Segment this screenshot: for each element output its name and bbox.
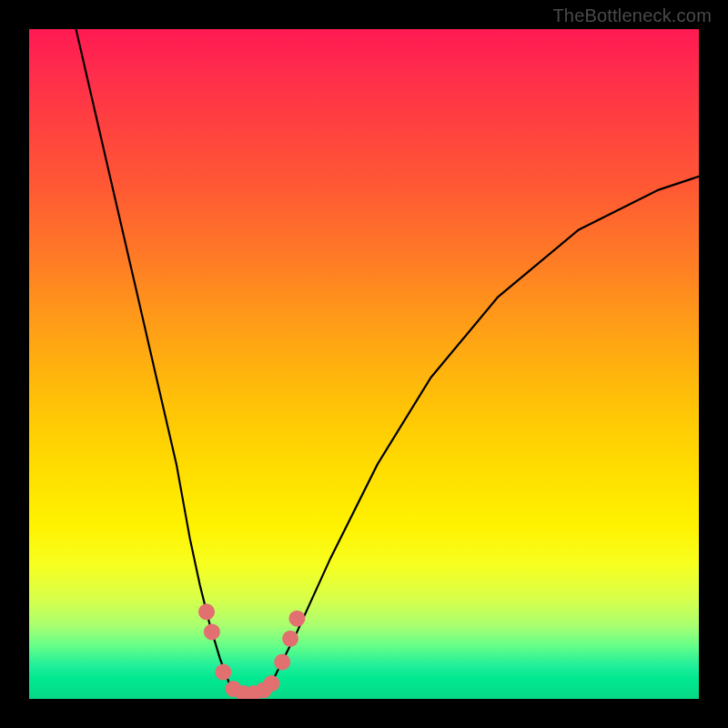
curve-right-branch — [270, 177, 699, 685]
valley-marker — [274, 654, 290, 671]
watermark-text: TheBottleneck.com — [552, 5, 712, 26]
chart-frame: TheBottleneck.com — [0, 0, 728, 728]
curve-layer — [29, 29, 699, 699]
valley-marker — [288, 611, 305, 627]
valley-marker — [204, 623, 220, 640]
valley-marker — [215, 664, 231, 681]
valley-marker — [282, 631, 298, 647]
valley-marker — [263, 675, 279, 692]
curve-left-branch — [76, 29, 230, 685]
plot-area — [29, 29, 699, 699]
valley-marker-group — [198, 603, 305, 699]
valley-marker — [198, 603, 215, 620]
